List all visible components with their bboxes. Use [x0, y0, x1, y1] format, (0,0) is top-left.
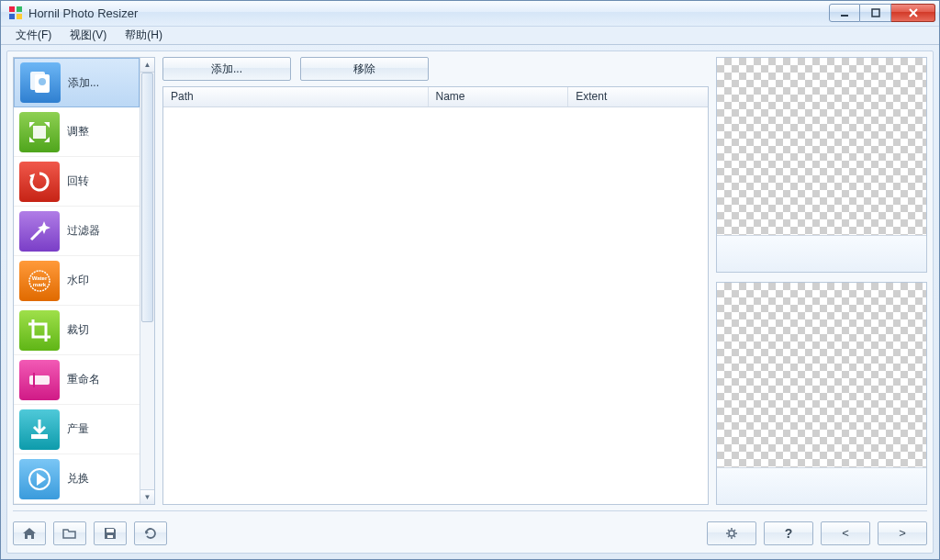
svg-point-10 — [39, 78, 46, 85]
rotate-icon — [19, 162, 60, 202]
window-controls — [829, 4, 935, 22]
svg-point-22 — [729, 531, 734, 536]
svg-rect-1 — [17, 6, 22, 12]
scroll-down-button[interactable]: ▼ — [140, 489, 154, 504]
close-icon — [908, 8, 919, 17]
svg-point-13 — [29, 271, 50, 291]
add-button[interactable]: 添加... — [162, 57, 291, 81]
rename-icon — [19, 360, 60, 400]
scroll-up-button[interactable]: ▲ — [140, 58, 154, 73]
bottom-toolbar: ? < > — [13, 510, 927, 547]
refresh-button[interactable] — [134, 521, 167, 545]
add-icon — [20, 62, 61, 103]
watermark-icon: Watermark — [19, 261, 60, 301]
maximize-icon — [871, 8, 880, 17]
svg-rect-20 — [106, 529, 114, 532]
sidebar-item-output[interactable]: 产量 — [14, 405, 140, 454]
svg-rect-0 — [9, 6, 15, 12]
crop-icon — [19, 310, 60, 351]
maximize-button[interactable] — [860, 4, 891, 22]
folder-open-icon — [62, 527, 77, 540]
svg-rect-16 — [29, 375, 50, 385]
sidebar-item-label: 重命名 — [67, 372, 100, 387]
home-icon — [22, 527, 37, 540]
column-extent[interactable]: Extent — [568, 87, 708, 106]
sidebar-item-watermark[interactable]: Watermark 水印 — [14, 256, 140, 306]
next-button[interactable]: > — [878, 521, 927, 545]
preview-result-canvas — [717, 283, 926, 467]
scroll-thumb[interactable] — [141, 73, 153, 322]
home-button[interactable] — [13, 521, 46, 545]
sidebar-item-crop[interactable]: 裁切 — [14, 306, 140, 355]
column-path[interactable]: Path — [163, 87, 429, 106]
sidebar-item-label: 兑换 — [67, 471, 89, 487]
convert-icon — [19, 459, 60, 499]
save-icon — [104, 527, 117, 540]
titlebar[interactable]: Hornil Photo Resizer — [1, 1, 939, 27]
svg-rect-21 — [107, 535, 113, 538]
menu-file[interactable]: 文件(F) — [6, 27, 61, 44]
refresh-icon — [143, 527, 158, 540]
save-button[interactable] — [94, 521, 127, 545]
output-icon — [19, 409, 60, 450]
svg-line-29 — [728, 535, 730, 537]
sidebar-item-label: 添加... — [68, 75, 99, 91]
action-button-row: 添加... 移除 — [162, 57, 709, 81]
svg-rect-4 — [841, 15, 848, 17]
minimize-button[interactable] — [829, 4, 860, 22]
gear-icon — [724, 527, 739, 540]
sidebar-item-convert[interactable]: 兑换 — [14, 454, 140, 504]
app-icon — [8, 6, 23, 20]
menu-help[interactable]: 帮助(H) — [116, 27, 172, 44]
svg-rect-3 — [17, 14, 22, 19]
sidebar-item-label: 回转 — [67, 174, 89, 189]
prev-button[interactable]: < — [821, 521, 870, 545]
svg-rect-11 — [33, 126, 46, 139]
sidebar-scrollbar[interactable]: ▲ ▼ — [140, 58, 154, 504]
svg-rect-2 — [9, 14, 15, 19]
sidebar-list[interactable]: 添加... 调整 回转 — [14, 58, 140, 504]
main-row: 添加... 调整 回转 — [13, 57, 927, 505]
sidebar-item-label: 水印 — [67, 273, 89, 288]
sidebar-item-label: 产量 — [67, 421, 89, 437]
list-body[interactable] — [163, 107, 708, 504]
svg-line-27 — [728, 530, 730, 532]
sidebar-item-filter[interactable]: 过滤器 — [14, 207, 140, 256]
file-list[interactable]: Path Name Extent — [162, 86, 709, 505]
sidebar-item-rename[interactable]: 重命名 — [14, 355, 140, 405]
client-area: 添加... 调整 回转 — [6, 50, 934, 554]
scroll-track[interactable] — [140, 73, 154, 489]
sidebar-item-label: 调整 — [67, 124, 89, 140]
svg-rect-18 — [31, 434, 48, 439]
preview-original — [716, 57, 927, 273]
sidebar-item-label: 过滤器 — [67, 223, 100, 239]
filter-icon — [19, 211, 60, 252]
svg-text:mark: mark — [33, 282, 47, 287]
svg-line-30 — [734, 535, 736, 537]
app-window: Hornil Photo Resizer 文件(F) 视图(V) 帮助(H) — [0, 0, 940, 560]
sidebar-item-rotate[interactable]: 回转 — [14, 157, 140, 207]
help-button[interactable]: ? — [764, 521, 813, 545]
column-name[interactable]: Name — [429, 87, 569, 106]
middle-panel: 添加... 移除 Path Name Extent — [162, 57, 709, 505]
preview-result — [716, 282, 927, 505]
list-header: Path Name Extent — [163, 87, 708, 107]
sidebar-item-label: 裁切 — [67, 322, 89, 338]
svg-rect-5 — [872, 9, 879, 17]
close-button[interactable] — [891, 4, 935, 22]
settings-button[interactable] — [707, 521, 756, 545]
remove-button[interactable]: 移除 — [300, 57, 429, 81]
menu-view[interactable]: 视图(V) — [61, 27, 116, 44]
sidebar-item-resize[interactable]: 调整 — [14, 107, 140, 157]
open-button[interactable] — [53, 521, 86, 545]
window-title: Hornil Photo Resizer — [28, 6, 138, 20]
minimize-icon — [840, 8, 849, 17]
preview-original-canvas — [717, 58, 926, 235]
preview-original-info — [717, 235, 926, 272]
svg-line-28 — [734, 530, 736, 532]
svg-text:Water: Water — [32, 275, 48, 281]
sidebar-item-add[interactable]: 添加... — [14, 58, 140, 107]
menubar: 文件(F) 视图(V) 帮助(H) — [1, 27, 939, 45]
resize-icon — [19, 112, 60, 152]
preview-result-info — [717, 467, 926, 504]
